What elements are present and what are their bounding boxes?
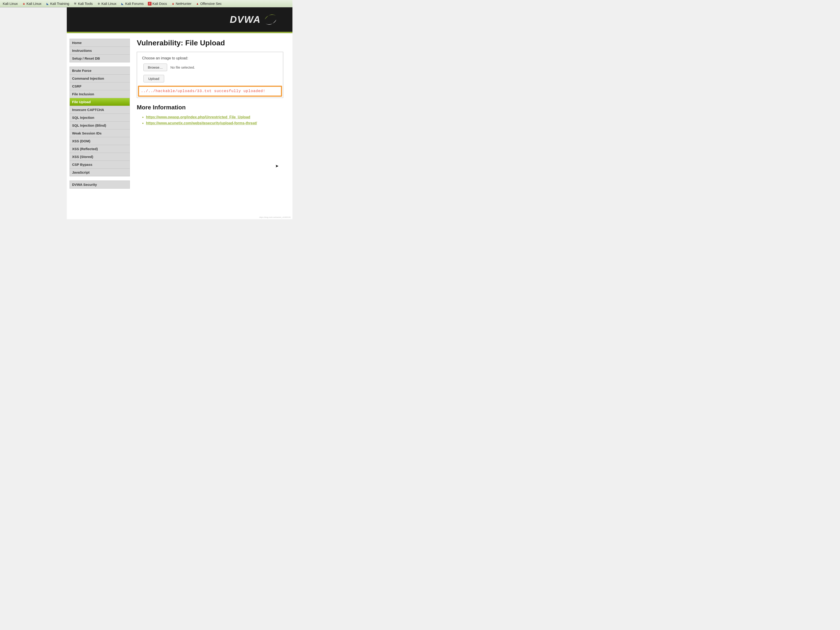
file-input-row: Browse… No file selected. — [144, 63, 278, 71]
menu-xss-stored[interactable]: XSS (Stored) — [69, 153, 130, 161]
acunetix-link[interactable]: https://www.acunetix.com/websitesecurity… — [146, 121, 257, 125]
kali-dragon-icon: ᘯ — [22, 2, 25, 6]
menu-file-inclusion[interactable]: File Inclusion — [69, 90, 130, 98]
menu-label: Command Injection — [72, 76, 104, 81]
menu-label: File Inclusion — [72, 92, 94, 96]
menu-label: XSS (Reflected) — [72, 147, 98, 151]
upload-result-text: ../../hackable/uploads/33.txt succesfull… — [141, 89, 279, 93]
menu-javascript[interactable]: JavaScript — [69, 168, 130, 176]
menu-label: SQL Injection (Blind) — [72, 123, 106, 127]
bookmark-label: Kali Linux — [27, 2, 41, 6]
menu-group-2: Brute Force Command Injection CSRF File … — [69, 66, 130, 176]
bookmark-label: Kali Linux — [3, 2, 18, 6]
menu-label: XSS (DOM) — [72, 139, 90, 143]
docs-icon: // — [148, 2, 152, 6]
menu-label: File Upload — [72, 100, 91, 104]
bookmark-kali-docs[interactable]: //Kali Docs — [146, 1, 169, 6]
bookmark-label: Kali Tools — [78, 2, 93, 6]
bookmark-label: Offensive Sec — [200, 2, 221, 6]
menu-sql-injection[interactable]: SQL Injection — [69, 114, 130, 122]
dvwa-logo-text: DVWA — [230, 14, 261, 25]
bookmark-kali-linux-3[interactable]: ⊕Kali Linux — [95, 1, 118, 6]
watermark-text: https://blog.csdn.net/weixin_41905135 — [259, 216, 291, 218]
browse-button[interactable]: Browse… — [144, 63, 167, 71]
bookmark-kali-linux-2[interactable]: ᘯKali Linux — [20, 1, 43, 6]
dvwa-swoosh-icon — [262, 11, 279, 28]
kali-blue-icon: ◣ — [121, 2, 124, 6]
menu-setup-reset-db[interactable]: Setup / Reset DB — [69, 54, 130, 62]
menu-insecure-captcha[interactable]: Insecure CAPTCHA — [69, 106, 130, 114]
offensive-icon: ▲ — [196, 2, 199, 6]
sidebar: Home Instructions Setup / Reset DB Brute… — [69, 39, 130, 193]
menu-xss-dom[interactable]: XSS (DOM) — [69, 137, 130, 145]
menu-label: SQL Injection — [72, 115, 94, 120]
menu-label: XSS (Stored) — [72, 155, 93, 159]
bookmark-offensive-sec[interactable]: ▲Offensive Sec — [194, 1, 223, 6]
page-wrap: DVWA Home Instructions Setup / Reset DB … — [67, 7, 292, 219]
main-content: Vulnerability: File Upload Choose an ima… — [137, 39, 292, 193]
dvwa-logo: DVWA — [230, 11, 279, 28]
bookmark-label: Kali Docs — [152, 2, 167, 6]
menu-group-3: DVWA Security — [69, 180, 130, 189]
menu-sql-injection-blind[interactable]: SQL Injection (Blind) — [69, 122, 130, 129]
content-area: Home Instructions Setup / Reset DB Brute… — [67, 33, 292, 193]
kali-blue-icon: ◣ — [46, 2, 49, 6]
bookmark-label: Kali Linux — [101, 2, 117, 6]
bookmark-nethunter[interactable]: ᘯNetHunter — [169, 1, 193, 6]
menu-dvwa-security[interactable]: DVWA Security — [69, 180, 130, 189]
page-title: Vulnerability: File Upload — [137, 39, 283, 47]
mouse-cursor-icon: ➤ — [275, 164, 279, 169]
globe-icon: ⊕ — [97, 2, 101, 6]
upload-button[interactable]: Upload — [144, 75, 164, 82]
menu-label: Home — [72, 41, 82, 45]
bookmark-label: Kali Forums — [125, 2, 144, 6]
bookmark-label: NetHunter — [176, 2, 191, 6]
list-item: https://www.owasp.org/index.php/Unrestri… — [146, 114, 283, 120]
bookmark-kali-forums[interactable]: ◣Kali Forums — [119, 1, 145, 6]
menu-label: Weak Session IDs — [72, 131, 101, 135]
menu-label: CSRF — [72, 84, 82, 88]
menu-label: DVWA Security — [72, 183, 97, 186]
more-info-list: https://www.owasp.org/index.php/Unrestri… — [137, 114, 283, 126]
kali-dragon-icon: ᘯ — [171, 2, 175, 6]
bookmark-kali-tools[interactable]: ⚒Kali Tools — [72, 1, 95, 6]
no-file-selected-text: No file selected. — [171, 65, 195, 69]
menu-label: JavaScript — [72, 171, 90, 174]
menu-label: Insecure CAPTCHA — [72, 108, 104, 112]
menu-label: CSP Bypass — [72, 163, 92, 166]
bookmark-kali-training[interactable]: ◣Kali Training — [44, 1, 71, 6]
menu-group-1: Home Instructions Setup / Reset DB — [69, 39, 130, 62]
bookmarks-bar: Kali Linux ᘯKali Linux ◣Kali Training ⚒K… — [0, 0, 292, 7]
menu-instructions[interactable]: Instructions — [69, 46, 130, 54]
upload-form-label: Choose an image to upload: — [142, 56, 278, 60]
menu-csp-bypass[interactable]: CSP Bypass — [69, 161, 130, 168]
dvwa-header: DVWA — [67, 7, 292, 33]
menu-label: Instructions — [72, 49, 92, 52]
menu-label: Setup / Reset DB — [72, 57, 100, 60]
owasp-link[interactable]: https://www.owasp.org/index.php/Unrestri… — [146, 115, 250, 119]
bookmark-kali-linux-1[interactable]: Kali Linux — [1, 1, 20, 6]
upload-form: Choose an image to upload: Browse… No fi… — [137, 52, 283, 98]
menu-brute-force[interactable]: Brute Force — [69, 66, 130, 74]
bookmark-label: Kali Training — [50, 2, 69, 6]
menu-xss-reflected[interactable]: XSS (Reflected) — [69, 145, 130, 153]
menu-command-injection[interactable]: Command Injection — [69, 74, 130, 82]
list-item: https://www.acunetix.com/websitesecurity… — [146, 120, 283, 126]
menu-file-upload[interactable]: File Upload — [69, 98, 130, 106]
menu-label: Brute Force — [72, 69, 92, 73]
menu-home[interactable]: Home — [69, 39, 130, 46]
menu-csrf[interactable]: CSRF — [69, 82, 130, 90]
tool-icon: ⚒ — [73, 2, 77, 6]
upload-result-highlight: ../../hackable/uploads/33.txt succesfull… — [138, 86, 282, 97]
menu-weak-session-ids[interactable]: Weak Session IDs — [69, 129, 130, 137]
more-information-heading: More Information — [137, 104, 283, 111]
